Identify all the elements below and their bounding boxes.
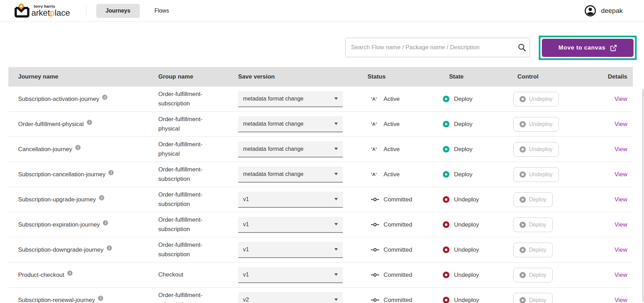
view-details-link[interactable]: View — [614, 196, 627, 203]
save-version-value: v1 — [243, 221, 332, 228]
save-version-value: metadata format change — [243, 146, 332, 152]
view-details-link[interactable]: View — [614, 221, 627, 228]
deploy-play-icon — [443, 121, 449, 127]
stop-icon-disabled — [520, 96, 526, 102]
table-row: Subscription-downgrade-journey i Order-f… — [8, 237, 633, 263]
control-button[interactable]: Deploy — [513, 268, 553, 282]
active-status-icon: 'A' — [371, 96, 377, 102]
journey-name: Order-fulfillment-physical — [18, 121, 84, 128]
control-button[interactable]: Undeploy — [513, 117, 559, 132]
col-header-group-name: Group name — [158, 73, 238, 80]
view-details-link[interactable]: View — [614, 297, 627, 303]
control-label: Deploy — [529, 297, 546, 303]
group-name: Order-fulfillment-physical — [158, 140, 238, 158]
undeploy-stop-icon — [443, 272, 449, 278]
chevron-down-icon — [334, 223, 338, 226]
deploy-play-icon — [443, 96, 449, 102]
table-row: Product-checkout i Checkout v1 'A' Commi… — [8, 263, 633, 288]
info-icon[interactable]: i — [102, 95, 107, 100]
tab-journeys[interactable]: Journeys — [96, 4, 140, 18]
table-row: Subscription-cancellation-journey i Orde… — [8, 162, 633, 187]
group-name: Order-fulfillment-subscription — [158, 215, 238, 234]
control-button[interactable]: Deploy — [513, 293, 553, 303]
view-details-link[interactable]: View — [614, 246, 627, 253]
info-icon[interactable]: i — [108, 170, 114, 175]
info-icon[interactable]: i — [87, 120, 92, 125]
commit-status-icon — [371, 222, 379, 227]
brand-wordmark: arketplace — [31, 9, 70, 17]
chevron-down-icon — [334, 97, 338, 100]
marketplace-bag-icon — [14, 3, 30, 18]
group-name: Order-fulfillment-subscription — [158, 241, 238, 259]
view-details-link[interactable]: View — [614, 272, 627, 278]
status-label: Committed — [384, 246, 412, 253]
search-box — [345, 38, 530, 57]
table-row: Order-fulfillment-physical i Order-fulfi… — [8, 112, 633, 137]
move-to-canvas-button[interactable]: Move to canvas — [542, 39, 634, 57]
view-details-link[interactable]: View — [614, 171, 627, 178]
status-label: Active — [384, 96, 400, 103]
chevron-down-icon — [334, 273, 338, 276]
info-icon[interactable]: i — [98, 296, 103, 301]
info-icon[interactable]: i — [67, 271, 73, 276]
journey-name: Cancellation-journey — [18, 146, 72, 153]
journey-name: Subscription-cancellation-journey — [18, 171, 105, 178]
save-version-select[interactable]: metadata format change — [238, 116, 343, 132]
save-version-select[interactable]: v1 — [238, 217, 343, 233]
stop-icon-disabled — [520, 171, 526, 178]
view-details-link[interactable]: View — [614, 96, 627, 102]
table-row: Cancellation-journey i Order-fulfillment… — [8, 137, 633, 162]
control-button[interactable]: Undeploy — [513, 92, 559, 106]
status-label: Committed — [384, 272, 412, 279]
control-button[interactable]: Deploy — [513, 243, 553, 257]
control-label: Deploy — [529, 197, 546, 203]
play-icon-disabled — [520, 272, 526, 278]
brand-logo: torry harris arketplace — [14, 3, 70, 18]
tab-flows[interactable]: Flows — [154, 8, 169, 14]
info-icon[interactable]: i — [75, 145, 81, 150]
user-menu[interactable]: deepak — [584, 5, 623, 17]
view-details-link[interactable]: View — [614, 146, 627, 153]
deploy-play-icon — [443, 171, 449, 178]
control-label: Undeploy — [529, 171, 553, 178]
save-version-value: v2 — [243, 297, 332, 303]
chevron-down-icon — [334, 248, 338, 251]
nav-divider — [86, 5, 86, 17]
control-button[interactable]: Deploy — [513, 192, 553, 207]
info-icon[interactable]: i — [107, 245, 112, 251]
journey-name: Product-checkout — [18, 272, 64, 279]
save-version-select[interactable]: v1 — [238, 192, 343, 208]
group-name: Order-fulfillment-physical — [158, 115, 238, 133]
table-row: Subscription-renewal-journey i Order-ful… — [8, 288, 633, 303]
status-label: Committed — [384, 196, 412, 203]
state-label: Deploy — [454, 96, 472, 103]
undeploy-stop-icon — [443, 246, 449, 253]
info-icon[interactable]: i — [103, 220, 108, 226]
save-version-select[interactable]: v1 — [238, 242, 343, 258]
save-version-select[interactable]: v2 — [238, 292, 343, 303]
play-icon-disabled — [520, 222, 526, 228]
col-header-details: Details — [572, 73, 633, 80]
view-details-link[interactable]: View — [614, 121, 627, 127]
control-button[interactable]: Undeploy — [513, 142, 559, 157]
state-label: Deploy — [454, 146, 472, 153]
col-header-control: Control — [510, 73, 572, 80]
status-label: Active — [384, 146, 400, 153]
group-name: Order-fulfillment-subscription — [158, 90, 238, 108]
state-label: Undeploy — [454, 221, 479, 228]
save-version-select[interactable]: v1 — [238, 267, 343, 283]
info-icon[interactable]: i — [99, 195, 104, 200]
vertical-scrollbar[interactable] — [642, 89, 644, 302]
group-name: Order-fulfillment-subscription — [158, 165, 238, 184]
save-version-select[interactable]: metadata format change — [238, 141, 343, 157]
control-button[interactable]: Deploy — [513, 217, 553, 232]
journey-name: Subscription-downgrade-journey — [18, 246, 104, 253]
search-input[interactable] — [346, 44, 514, 51]
table-row: Subscription-upgrade-journey i Order-ful… — [8, 187, 633, 212]
save-version-select[interactable]: metadata format change — [238, 91, 343, 107]
save-version-select[interactable]: metadata format change — [238, 167, 343, 183]
search-icon[interactable] — [514, 43, 530, 52]
chevron-down-icon — [334, 173, 338, 175]
control-button[interactable]: Undeploy — [513, 167, 559, 182]
external-link-icon — [610, 44, 617, 52]
